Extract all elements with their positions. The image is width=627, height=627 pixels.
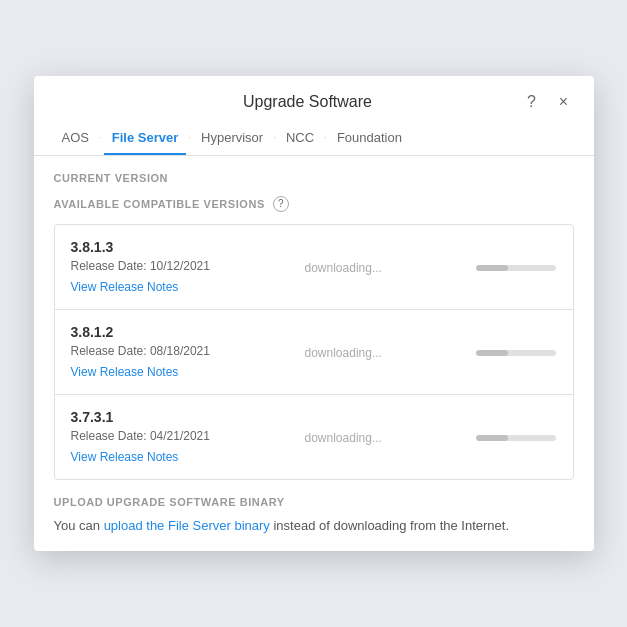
view-notes-link-3[interactable]: View Release Notes <box>71 450 179 464</box>
progress-bar-2 <box>476 350 556 356</box>
version-item-3: 3.7.3.1 Release Date: 04/21/2021 downloa… <box>55 395 573 479</box>
upload-text-after: instead of downloading from the Internet… <box>270 518 509 533</box>
modal: Upgrade Software ? × AOS · File Server ·… <box>34 76 594 552</box>
version-date-1: Release Date: 10/12/2021 <box>71 259 210 273</box>
available-versions-label: AVAILABLE COMPATIBLE VERSIONS <box>54 198 265 210</box>
close-icon[interactable]: × <box>554 92 574 112</box>
versions-container: 3.8.1.3 Release Date: 10/12/2021 downloa… <box>54 224 574 480</box>
tab-fileserver[interactable]: File Server <box>104 124 187 155</box>
version-date-2: Release Date: 08/18/2021 <box>71 344 210 358</box>
tabs: AOS · File Server · Hypervisor · NCC · F… <box>34 112 594 156</box>
version-item-2: 3.8.1.2 Release Date: 08/18/2021 downloa… <box>55 310 573 395</box>
download-status-1: downloading... <box>305 261 382 275</box>
version-row-1: Release Date: 10/12/2021 downloading... <box>71 259 557 277</box>
progress-fill-3 <box>476 435 508 441</box>
tab-dot-3: · <box>271 132 278 147</box>
help-icon[interactable]: ? <box>522 92 542 112</box>
modal-header: Upgrade Software ? × <box>34 76 594 112</box>
tab-dot-1: · <box>97 132 104 147</box>
version-number-1: 3.8.1.3 <box>71 239 557 255</box>
download-status-2: downloading... <box>305 346 382 360</box>
version-date-3: Release Date: 04/21/2021 <box>71 429 210 443</box>
upload-label: UPLOAD UPGRADE SOFTWARE BINARY <box>54 496 574 508</box>
version-row-3: Release Date: 04/21/2021 downloading... <box>71 429 557 447</box>
version-row-2: Release Date: 08/18/2021 downloading... <box>71 344 557 362</box>
modal-overlay: Upgrade Software ? × AOS · File Server ·… <box>0 0 627 627</box>
progress-fill-1 <box>476 265 508 271</box>
tab-aos[interactable]: AOS <box>54 124 97 155</box>
progress-bar-1 <box>476 265 556 271</box>
available-versions-row: AVAILABLE COMPATIBLE VERSIONS ? <box>54 196 574 212</box>
tab-dot-2: · <box>186 132 193 147</box>
progress-bar-3 <box>476 435 556 441</box>
tab-foundation[interactable]: Foundation <box>329 124 410 155</box>
view-notes-link-2[interactable]: View Release Notes <box>71 365 179 379</box>
current-version-section: CURRENT VERSION <box>54 172 574 184</box>
progress-fill-2 <box>476 350 508 356</box>
download-status-3: downloading... <box>305 431 382 445</box>
view-notes-link-1[interactable]: View Release Notes <box>71 280 179 294</box>
upload-binary-link[interactable]: upload the File Server binary <box>104 518 270 533</box>
version-item-1: 3.8.1.3 Release Date: 10/12/2021 downloa… <box>55 225 573 310</box>
current-version-label: CURRENT VERSION <box>54 172 574 184</box>
modal-body: CURRENT VERSION AVAILABLE COMPATIBLE VER… <box>34 156 594 552</box>
upload-section: UPLOAD UPGRADE SOFTWARE BINARY You can u… <box>54 496 574 536</box>
tab-hypervisor[interactable]: Hypervisor <box>193 124 271 155</box>
upload-text: You can upload the File Server binary in… <box>54 516 574 536</box>
modal-header-icons: ? × <box>522 92 574 112</box>
version-number-2: 3.8.1.2 <box>71 324 557 340</box>
tab-dot-4: · <box>322 132 329 147</box>
available-help-icon[interactable]: ? <box>273 196 289 212</box>
modal-title: Upgrade Software <box>94 93 522 111</box>
tab-ncc[interactable]: NCC <box>278 124 322 155</box>
version-number-3: 3.7.3.1 <box>71 409 557 425</box>
upload-text-before: You can <box>54 518 104 533</box>
